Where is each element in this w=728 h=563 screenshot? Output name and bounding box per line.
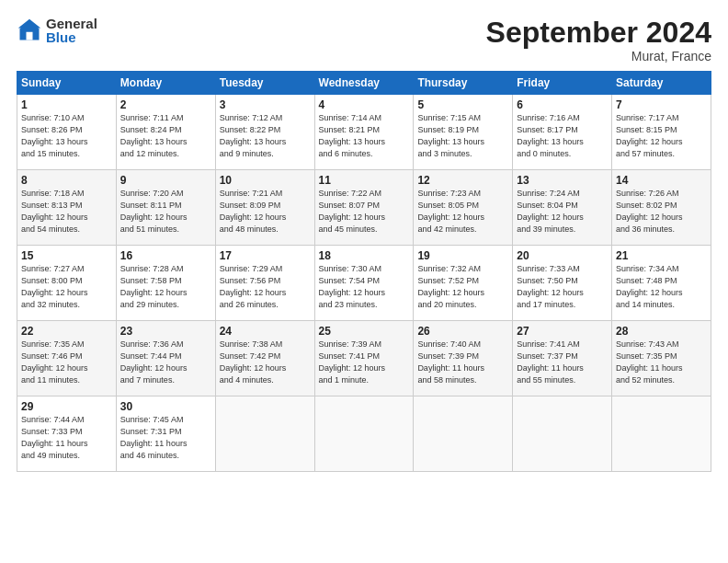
logo: General Blue bbox=[17, 17, 97, 44]
day-number: 24 bbox=[220, 325, 311, 338]
day-info: Sunrise: 7:30 AM Sunset: 7:54 PM Dayligh… bbox=[319, 263, 410, 311]
table-cell bbox=[215, 396, 314, 472]
day-info: Sunrise: 7:14 AM Sunset: 8:21 PM Dayligh… bbox=[319, 112, 410, 160]
day-info: Sunrise: 7:16 AM Sunset: 8:17 PM Dayligh… bbox=[517, 112, 608, 160]
day-info: Sunrise: 7:32 AM Sunset: 7:52 PM Dayligh… bbox=[417, 263, 508, 311]
table-cell: 16Sunrise: 7:28 AM Sunset: 7:58 PM Dayli… bbox=[116, 246, 215, 321]
day-number: 25 bbox=[319, 325, 410, 338]
day-number: 4 bbox=[319, 98, 410, 111]
day-info: Sunrise: 7:23 AM Sunset: 8:05 PM Dayligh… bbox=[417, 188, 508, 236]
logo-blue-label: Blue bbox=[46, 30, 97, 44]
day-info: Sunrise: 7:33 AM Sunset: 7:50 PM Dayligh… bbox=[517, 263, 608, 311]
table-cell: 6Sunrise: 7:16 AM Sunset: 8:17 PM Daylig… bbox=[513, 95, 612, 170]
day-number: 29 bbox=[21, 400, 112, 413]
day-number: 3 bbox=[220, 98, 311, 111]
table-cell bbox=[414, 396, 513, 472]
day-number: 6 bbox=[517, 98, 608, 111]
table-cell: 11Sunrise: 7:22 AM Sunset: 8:07 PM Dayli… bbox=[314, 170, 414, 246]
day-number: 15 bbox=[21, 249, 112, 262]
day-number: 22 bbox=[21, 325, 112, 338]
table-cell: 2Sunrise: 7:11 AM Sunset: 8:24 PM Daylig… bbox=[116, 95, 215, 170]
table-cell bbox=[612, 396, 711, 472]
day-number: 17 bbox=[220, 249, 311, 262]
header-wednesday: Wednesday bbox=[314, 72, 414, 95]
table-cell: 7Sunrise: 7:17 AM Sunset: 8:15 PM Daylig… bbox=[612, 95, 711, 170]
day-number: 2 bbox=[120, 98, 211, 111]
day-info: Sunrise: 7:36 AM Sunset: 7:44 PM Dayligh… bbox=[120, 339, 211, 386]
table-cell: 1Sunrise: 7:10 AM Sunset: 8:26 PM Daylig… bbox=[17, 95, 117, 170]
header-thursday: Thursday bbox=[414, 72, 513, 95]
table-cell: 12Sunrise: 7:23 AM Sunset: 8:05 PM Dayli… bbox=[414, 170, 513, 246]
header-friday: Friday bbox=[513, 72, 612, 95]
day-info: Sunrise: 7:11 AM Sunset: 8:24 PM Dayligh… bbox=[120, 112, 211, 160]
day-info: Sunrise: 7:28 AM Sunset: 7:58 PM Dayligh… bbox=[120, 263, 211, 311]
logo-icon bbox=[17, 17, 42, 43]
day-info: Sunrise: 7:44 AM Sunset: 7:33 PM Dayligh… bbox=[21, 414, 112, 462]
table-cell: 25Sunrise: 7:39 AM Sunset: 7:41 PM Dayli… bbox=[314, 321, 414, 396]
header-monday: Monday bbox=[116, 72, 215, 95]
day-info: Sunrise: 7:29 AM Sunset: 7:56 PM Dayligh… bbox=[220, 263, 311, 311]
table-cell bbox=[513, 396, 612, 472]
day-info: Sunrise: 7:24 AM Sunset: 8:04 PM Dayligh… bbox=[517, 188, 608, 236]
day-info: Sunrise: 7:21 AM Sunset: 8:09 PM Dayligh… bbox=[220, 188, 311, 236]
header-sunday: Sunday bbox=[17, 72, 117, 95]
table-cell: 22Sunrise: 7:35 AM Sunset: 7:46 PM Dayli… bbox=[17, 321, 117, 396]
day-number: 12 bbox=[417, 174, 508, 187]
table-cell: 21Sunrise: 7:34 AM Sunset: 7:48 PM Dayli… bbox=[612, 246, 711, 321]
table-cell: 30Sunrise: 7:45 AM Sunset: 7:31 PM Dayli… bbox=[116, 396, 215, 472]
day-number: 10 bbox=[220, 174, 311, 187]
day-number: 11 bbox=[319, 174, 410, 187]
header-tuesday: Tuesday bbox=[215, 72, 314, 95]
table-cell: 4Sunrise: 7:14 AM Sunset: 8:21 PM Daylig… bbox=[314, 95, 414, 170]
day-info: Sunrise: 7:43 AM Sunset: 7:35 PM Dayligh… bbox=[616, 339, 707, 386]
table-cell: 18Sunrise: 7:30 AM Sunset: 7:54 PM Dayli… bbox=[314, 246, 414, 321]
table-cell: 5Sunrise: 7:15 AM Sunset: 8:19 PM Daylig… bbox=[414, 95, 513, 170]
day-number: 23 bbox=[120, 325, 211, 338]
table-row: 8Sunrise: 7:18 AM Sunset: 8:13 PM Daylig… bbox=[17, 170, 711, 246]
svg-rect-2 bbox=[27, 32, 33, 40]
day-info: Sunrise: 7:39 AM Sunset: 7:41 PM Dayligh… bbox=[319, 339, 410, 386]
day-number: 30 bbox=[120, 400, 211, 413]
day-number: 13 bbox=[517, 174, 608, 187]
day-info: Sunrise: 7:38 AM Sunset: 7:42 PM Dayligh… bbox=[220, 339, 311, 386]
day-info: Sunrise: 7:41 AM Sunset: 7:37 PM Dayligh… bbox=[517, 339, 608, 386]
logo-text: General Blue bbox=[46, 17, 97, 44]
table-cell: 28Sunrise: 7:43 AM Sunset: 7:35 PM Dayli… bbox=[612, 321, 711, 396]
table-cell: 8Sunrise: 7:18 AM Sunset: 8:13 PM Daylig… bbox=[17, 170, 117, 246]
table-row: 22Sunrise: 7:35 AM Sunset: 7:46 PM Dayli… bbox=[17, 321, 711, 396]
logo-general-label: General bbox=[46, 17, 97, 30]
table-cell: 23Sunrise: 7:36 AM Sunset: 7:44 PM Dayli… bbox=[116, 321, 215, 396]
day-info: Sunrise: 7:20 AM Sunset: 8:11 PM Dayligh… bbox=[120, 188, 211, 236]
table-cell: 19Sunrise: 7:32 AM Sunset: 7:52 PM Dayli… bbox=[414, 246, 513, 321]
day-info: Sunrise: 7:34 AM Sunset: 7:48 PM Dayligh… bbox=[616, 263, 707, 311]
table-cell: 26Sunrise: 7:40 AM Sunset: 7:39 PM Dayli… bbox=[414, 321, 513, 396]
day-number: 20 bbox=[517, 249, 608, 262]
day-info: Sunrise: 7:35 AM Sunset: 7:46 PM Dayligh… bbox=[21, 339, 112, 386]
day-info: Sunrise: 7:40 AM Sunset: 7:39 PM Dayligh… bbox=[417, 339, 508, 386]
day-info: Sunrise: 7:12 AM Sunset: 8:22 PM Dayligh… bbox=[220, 112, 311, 160]
table-cell: 13Sunrise: 7:24 AM Sunset: 8:04 PM Dayli… bbox=[513, 170, 612, 246]
table-row: 15Sunrise: 7:27 AM Sunset: 8:00 PM Dayli… bbox=[17, 246, 711, 321]
header-row: Sunday Monday Tuesday Wednesday Thursday… bbox=[17, 72, 711, 95]
calendar-page: General Blue September 2024 Murat, Franc… bbox=[0, 0, 728, 563]
day-info: Sunrise: 7:10 AM Sunset: 8:26 PM Dayligh… bbox=[21, 112, 112, 160]
table-row: 29Sunrise: 7:44 AM Sunset: 7:33 PM Dayli… bbox=[17, 396, 711, 472]
day-number: 21 bbox=[616, 249, 707, 262]
day-number: 19 bbox=[417, 249, 508, 262]
calendar-table: Sunday Monday Tuesday Wednesday Thursday… bbox=[17, 71, 711, 472]
day-info: Sunrise: 7:22 AM Sunset: 8:07 PM Dayligh… bbox=[319, 188, 410, 236]
day-number: 7 bbox=[616, 98, 707, 111]
day-info: Sunrise: 7:15 AM Sunset: 8:19 PM Dayligh… bbox=[417, 112, 508, 160]
location-label: Murat, France bbox=[486, 49, 711, 63]
table-cell: 3Sunrise: 7:12 AM Sunset: 8:22 PM Daylig… bbox=[215, 95, 314, 170]
day-number: 26 bbox=[417, 325, 508, 338]
month-title: September 2024 bbox=[486, 17, 711, 49]
table-cell: 24Sunrise: 7:38 AM Sunset: 7:42 PM Dayli… bbox=[215, 321, 314, 396]
day-number: 1 bbox=[21, 98, 112, 111]
table-cell bbox=[314, 396, 414, 472]
table-cell: 9Sunrise: 7:20 AM Sunset: 8:11 PM Daylig… bbox=[116, 170, 215, 246]
day-number: 14 bbox=[616, 174, 707, 187]
day-number: 27 bbox=[517, 325, 608, 338]
header-saturday: Saturday bbox=[612, 72, 711, 95]
day-number: 18 bbox=[319, 249, 410, 262]
